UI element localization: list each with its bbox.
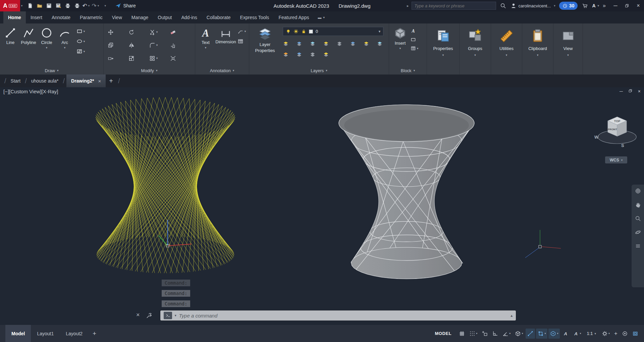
block-panel-title[interactable]: Block▾ — [389, 66, 427, 75]
isolate-objects-button[interactable] — [620, 329, 630, 339]
global-search-input[interactable] — [415, 3, 493, 8]
search-expand-icon[interactable]: ▸ — [407, 4, 409, 8]
layer-select[interactable]: 0 ▾ — [283, 27, 383, 36]
search-button[interactable] — [499, 1, 508, 10]
restore-button[interactable] — [621, 0, 633, 11]
layers-panel-title[interactable]: Layers▾ — [249, 66, 389, 75]
trial-days-button[interactable]: 30 — [559, 2, 578, 10]
mirror-tool[interactable] — [128, 42, 149, 48]
drawing-canvas[interactable]: WSTOPFRONT [−][Custom View][X-Ray] ─ × W… — [0, 87, 644, 325]
tab-insert[interactable]: Insert — [26, 11, 47, 23]
copy-tool[interactable] — [108, 42, 128, 48]
tab-output[interactable]: Output — [153, 11, 176, 23]
add-status-button[interactable]: + — [612, 328, 619, 339]
viewport-minimize-button[interactable]: ─ — [620, 89, 623, 94]
dynamic-input-toggle[interactable] — [480, 329, 489, 339]
leader-tool[interactable]: ▾ — [237, 28, 246, 34]
command-recent-button[interactable] — [164, 312, 172, 319]
file-tab-start[interactable]: Start — [8, 78, 23, 84]
pan-button[interactable] — [635, 202, 641, 209]
insert-block-tool[interactable]: Insert ▾ — [390, 24, 410, 66]
tab-view[interactable]: View — [107, 11, 127, 23]
viewport-controls[interactable]: [−][Custom View][X-Ray] — [3, 89, 58, 94]
snap-mode-toggle[interactable]: ▾ — [468, 329, 479, 339]
toolbar-overflow-button[interactable]: » — [603, 3, 606, 9]
polar-tracking-toggle[interactable]: ▾ — [501, 329, 512, 339]
offset-tool[interactable] — [170, 42, 191, 48]
layer-freeze-tool[interactable] — [310, 41, 316, 47]
close-tab-icon[interactable]: × — [98, 78, 101, 84]
explode-tool[interactable] — [170, 55, 191, 61]
trim-tool[interactable]: ▾ — [149, 29, 170, 35]
tab-addins[interactable]: Add-ins — [176, 11, 202, 23]
model-space-toggle[interactable]: MODEL — [430, 331, 456, 336]
arc-tool[interactable]: Arc ▾ — [56, 24, 74, 66]
command-input[interactable]: Type a command — [179, 313, 508, 319]
move-tool[interactable] — [108, 29, 128, 35]
print-button[interactable] — [72, 1, 82, 10]
undo-button[interactable]: ↶▾ — [82, 1, 91, 10]
autocad-logo[interactable]: ACAD — [0, 0, 20, 11]
command-customize-button[interactable] — [146, 312, 152, 320]
layout2-tab[interactable]: Layout2 — [60, 325, 89, 342]
share-button[interactable]: Share — [115, 3, 136, 9]
global-search[interactable] — [412, 2, 496, 10]
scale-tool[interactable] — [128, 55, 149, 61]
layer-prev-tool[interactable] — [323, 51, 329, 57]
show-motion-button[interactable] — [635, 243, 641, 250]
auto-scale-toggle[interactable]: A▾ — [571, 329, 583, 339]
ribbon-display-button[interactable]: ▬▾ — [318, 11, 325, 23]
save-button[interactable] — [44, 1, 53, 10]
ortho-mode-toggle[interactable] — [490, 329, 500, 339]
polyline-tool[interactable]: Polyline — [19, 24, 38, 66]
clipboard-panel[interactable]: Clipboard ▾ — [522, 23, 553, 75]
viewport-restore-button[interactable] — [628, 89, 633, 94]
new-drawing-button[interactable]: + — [109, 77, 113, 85]
tab-express-tools[interactable]: Express Tools — [235, 11, 274, 23]
rectangle-tool[interactable]: ▾ — [76, 28, 85, 34]
manage-attributes-tool[interactable]: ▾ — [411, 46, 418, 51]
layer-match-tool[interactable] — [336, 41, 342, 47]
circle-tool[interactable]: Circle ▾ — [38, 24, 56, 66]
layer-walk-tool[interactable] — [310, 51, 316, 57]
open-file-button[interactable] — [35, 1, 44, 10]
new-file-button[interactable] — [25, 1, 35, 10]
dimension-tool[interactable]: Dimension — [215, 24, 237, 66]
tab-parametric[interactable]: Parametric — [75, 11, 107, 23]
fillet-tool[interactable]: ▾ — [149, 42, 170, 48]
layer-isolate-tool[interactable] — [296, 41, 302, 47]
create-block-tool[interactable] — [411, 37, 418, 42]
layer-state-tool[interactable] — [350, 41, 356, 47]
full-navigation-wheel-button[interactable] — [635, 188, 641, 195]
file-tab-drawing2[interactable]: Drawing2* × — [66, 75, 106, 87]
zoom-button[interactable] — [635, 215, 641, 223]
utilities-panel[interactable]: Utilities ▾ — [491, 23, 522, 75]
view-panel[interactable]: View ▾ — [553, 23, 583, 75]
grid-display-toggle[interactable] — [457, 329, 467, 339]
groups-panel[interactable]: Groups ▾ — [460, 23, 491, 75]
tab-manage[interactable]: Manage — [127, 11, 153, 23]
object-snap-3d-toggle[interactable]: ▾ — [548, 329, 560, 339]
edit-attribute-tool[interactable]: A — [411, 28, 418, 34]
clean-screen-button[interactable] — [631, 329, 640, 339]
viewport-close-button[interactable]: × — [638, 89, 641, 94]
object-snap-tracking-toggle[interactable] — [526, 329, 535, 339]
command-caret-icon[interactable]: ▾ — [175, 314, 176, 317]
properties-panel[interactable]: Properties ▾ — [427, 23, 460, 75]
array-tool[interactable]: ▾ — [149, 55, 170, 61]
layer-off-tool[interactable] — [283, 41, 289, 47]
layer-properties-button[interactable]: Layer Properties — [251, 24, 279, 66]
tab-featured-apps[interactable]: Featured Apps — [274, 11, 314, 23]
layer-unlock-tool[interactable] — [283, 51, 289, 57]
command-line[interactable]: ▾ Type a command ▴ — [160, 310, 516, 321]
stretch-tool[interactable] — [108, 55, 128, 61]
layer-thaw-all-tool[interactable] — [377, 41, 383, 47]
annotation-panel-title[interactable]: Annotation▾ — [195, 66, 249, 75]
ellipse-tool[interactable]: ▾ — [76, 38, 85, 44]
user-account-button[interactable]: carolinacvicent... ▾ — [511, 3, 556, 9]
app-menu-caret-icon[interactable]: ▾ — [21, 4, 23, 7]
annotation-visibility-toggle[interactable]: A — [561, 329, 570, 339]
layer-unisolate-tool[interactable] — [296, 51, 302, 57]
text-tool[interactable]: A Text ▾ — [197, 24, 215, 66]
table-tool[interactable] — [237, 38, 246, 44]
